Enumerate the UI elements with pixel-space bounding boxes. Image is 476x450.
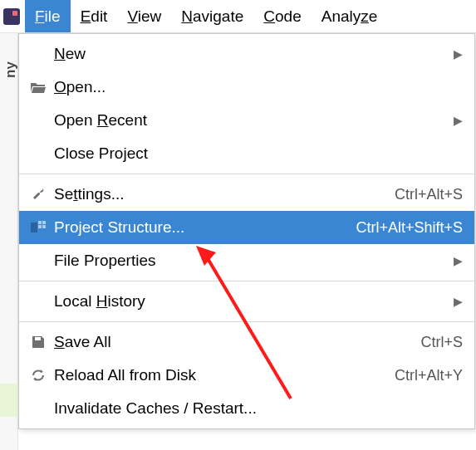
- label: Settings...: [49, 185, 395, 203]
- file-menu-dropdown: New ▶ Open... Open Recent ▶ Close Projec…: [18, 33, 475, 429]
- separator: [19, 321, 474, 322]
- menu-item-new[interactable]: New ▶: [19, 37, 474, 71]
- separator: [19, 174, 474, 174]
- wrench-icon: [27, 187, 49, 202]
- menu-item-close-project[interactable]: Close Project: [19, 137, 474, 170]
- svg-rect-0: [31, 223, 37, 232]
- label: New: [49, 45, 454, 63]
- menu-view[interactable]: View: [117, 0, 171, 32]
- menu-analyze[interactable]: Analyze: [312, 0, 388, 32]
- menu-navigate[interactable]: Navigate: [171, 0, 253, 32]
- svg-rect-3: [38, 225, 42, 228]
- menu-code[interactable]: Code: [253, 0, 311, 32]
- label: Open Recent: [49, 111, 454, 130]
- submenu-arrow-icon: ▶: [454, 295, 463, 308]
- shortcut: Ctrl+S: [420, 334, 463, 351]
- label: Close Project: [49, 144, 463, 163]
- separator: [19, 281, 474, 281]
- mn: F: [35, 7, 45, 25]
- svg-rect-4: [42, 225, 46, 228]
- menubar: File Edit View Navigate Code Analyze: [0, 0, 476, 33]
- menu-item-save-all[interactable]: Save All Ctrl+S: [19, 325, 474, 359]
- tool-window-bar: ny: [0, 33, 18, 450]
- save-icon: [27, 335, 49, 350]
- app-icon: [3, 8, 20, 25]
- vcs-marker: [0, 384, 18, 417]
- shortcut: Ctrl+Alt+Y: [395, 367, 463, 384]
- menu-item-project-structure[interactable]: Project Structure... Ctrl+Alt+Shift+S: [19, 211, 474, 244]
- project-structure-icon: [27, 221, 49, 234]
- submenu-arrow-icon: ▶: [454, 47, 463, 61]
- svg-rect-2: [42, 221, 46, 224]
- menu-item-settings[interactable]: Settings... Ctrl+Alt+S: [19, 178, 474, 211]
- menu-item-file-properties[interactable]: File Properties ▶: [19, 244, 474, 277]
- svg-rect-1: [38, 221, 42, 224]
- label: Invalidate Caches / Restart...: [49, 399, 463, 418]
- menu-file[interactable]: File: [25, 0, 71, 32]
- folder-open-icon: [27, 81, 49, 94]
- label: Local History: [49, 292, 454, 311]
- menu-item-open-recent[interactable]: Open Recent ▶: [19, 104, 474, 137]
- label: File Properties: [49, 252, 454, 270]
- label: Project Structure...: [49, 218, 356, 237]
- reload-icon: [27, 368, 49, 383]
- submenu-arrow-icon: ▶: [454, 114, 463, 127]
- submenu-arrow-icon: ▶: [454, 254, 463, 267]
- label: Reload All from Disk: [49, 366, 395, 384]
- menu-edit[interactable]: Edit: [71, 0, 118, 32]
- label: Open...: [49, 78, 463, 96]
- menu-item-invalidate-caches[interactable]: Invalidate Caches / Restart...: [19, 392, 474, 425]
- menu-item-local-history[interactable]: Local History ▶: [19, 285, 474, 318]
- shortcut: Ctrl+Alt+S: [395, 186, 463, 203]
- project-tool-label[interactable]: ny: [2, 61, 19, 78]
- shortcut: Ctrl+Alt+Shift+S: [356, 219, 463, 237]
- label: Save All: [49, 333, 420, 351]
- menu-item-reload-from-disk[interactable]: Reload All from Disk Ctrl+Alt+Y: [19, 359, 474, 392]
- menu-item-open[interactable]: Open...: [19, 71, 474, 104]
